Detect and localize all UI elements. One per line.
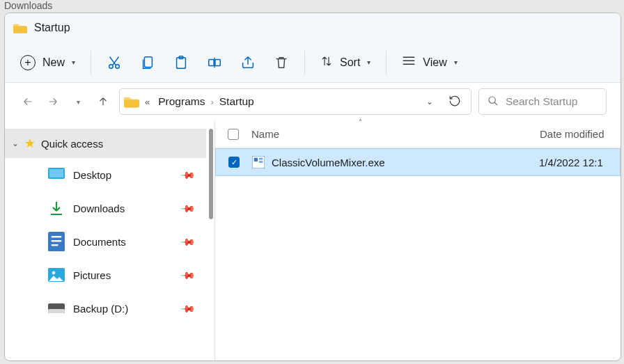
select-all-checkbox[interactable] bbox=[215, 129, 243, 140]
sidebar-item-label: Desktop bbox=[73, 169, 111, 181]
quick-access-label: Quick access bbox=[41, 138, 103, 150]
svg-rect-5 bbox=[209, 59, 214, 65]
window-title: Startup bbox=[34, 22, 70, 34]
svg-rect-2 bbox=[144, 56, 152, 67]
explorer-window: Startup + New ▾ Sort ▾ View ▾ bbox=[4, 13, 621, 361]
address-bar[interactable]: « Programs › Startup ⌄ bbox=[119, 88, 471, 115]
separator bbox=[304, 51, 305, 74]
file-name: ClassicVolumeMixer.exe bbox=[272, 157, 385, 168]
file-date: 1/4/2022 12:1 bbox=[539, 157, 620, 168]
new-button[interactable]: + New ▾ bbox=[20, 55, 75, 70]
sidebar-item-documents[interactable]: Documents 📌 bbox=[5, 225, 206, 258]
pin-icon: 📌 bbox=[180, 300, 196, 316]
column-name-label: Name bbox=[251, 128, 279, 140]
svg-point-15 bbox=[52, 271, 56, 275]
svg-rect-19 bbox=[254, 158, 258, 161]
parent-window-title: Downloads bbox=[0, 0, 624, 13]
chevron-down-icon: ▾ bbox=[367, 58, 370, 66]
svg-rect-21 bbox=[259, 161, 263, 163]
svg-point-7 bbox=[489, 97, 495, 103]
breadcrumb-item[interactable]: Programs bbox=[155, 94, 208, 109]
column-name[interactable]: ˄ Name bbox=[243, 128, 540, 140]
search-box[interactable] bbox=[478, 88, 607, 115]
sidebar-item-backup[interactable]: Backup (D:) 📌 bbox=[5, 292, 206, 325]
breadcrumb-item[interactable]: Startup bbox=[217, 94, 257, 109]
svg-point-0 bbox=[109, 64, 114, 68]
navigation-pane: ⌄ ★ Quick access Desktop 📌 Downloads 📌 D… bbox=[5, 120, 215, 361]
copy-icon[interactable] bbox=[140, 55, 155, 70]
svg-rect-11 bbox=[52, 236, 61, 237]
sidebar-item-label: Documents bbox=[73, 236, 126, 248]
rename-icon[interactable] bbox=[207, 55, 222, 70]
svg-rect-12 bbox=[52, 240, 61, 242]
toolbar: + New ▾ Sort ▾ View ▾ bbox=[5, 42, 621, 83]
sort-indicator-icon: ˄ bbox=[359, 118, 362, 126]
row-checkbox[interactable]: ✓ bbox=[216, 157, 244, 168]
back-button[interactable] bbox=[19, 93, 37, 111]
pin-icon: 📌 bbox=[180, 233, 196, 249]
pictures-icon bbox=[48, 267, 65, 283]
separator bbox=[91, 51, 91, 74]
sidebar-item-desktop[interactable]: Desktop 📌 bbox=[5, 158, 206, 191]
column-date[interactable]: Date modified bbox=[540, 128, 621, 140]
view-button[interactable]: View ▾ bbox=[402, 55, 457, 70]
new-label: New bbox=[42, 56, 65, 69]
address-dropdown[interactable]: ⌄ bbox=[419, 97, 440, 106]
svg-rect-20 bbox=[259, 158, 263, 160]
svg-rect-6 bbox=[215, 59, 220, 65]
sort-icon bbox=[320, 55, 333, 70]
pin-icon: 📌 bbox=[180, 166, 196, 182]
chevron-down-icon: ⌄ bbox=[12, 139, 19, 148]
star-icon: ★ bbox=[24, 136, 36, 151]
sidebar-item-label: Pictures bbox=[73, 269, 111, 281]
clipboard-group bbox=[107, 55, 289, 70]
application-icon bbox=[252, 156, 265, 168]
up-button[interactable] bbox=[94, 93, 112, 111]
svg-rect-9 bbox=[49, 169, 63, 177]
titlebar: Startup bbox=[5, 13, 621, 42]
view-label: View bbox=[423, 56, 446, 69]
cut-icon[interactable] bbox=[107, 55, 122, 70]
desktop-icon bbox=[48, 167, 65, 182]
recent-dropdown[interactable]: ▾ bbox=[69, 93, 87, 111]
downloads-icon bbox=[48, 200, 65, 216]
pin-icon: 📌 bbox=[180, 200, 196, 216]
separator bbox=[386, 51, 387, 74]
sidebar-item-pictures[interactable]: Pictures 📌 bbox=[5, 258, 206, 292]
delete-icon[interactable] bbox=[274, 55, 289, 70]
svg-rect-17 bbox=[48, 309, 65, 313]
search-input[interactable] bbox=[506, 95, 598, 108]
search-icon bbox=[488, 95, 499, 109]
folder-icon bbox=[124, 95, 139, 108]
forward-button[interactable] bbox=[44, 93, 62, 111]
view-icon bbox=[402, 55, 416, 70]
paste-icon[interactable] bbox=[173, 55, 189, 70]
share-icon[interactable] bbox=[240, 55, 256, 70]
chevron-right-icon[interactable]: › bbox=[210, 97, 213, 107]
refresh-button[interactable] bbox=[443, 95, 467, 109]
pin-icon: 📌 bbox=[180, 267, 196, 283]
documents-icon bbox=[48, 234, 65, 249]
address-row: ▾ « Programs › Startup ⌄ bbox=[5, 83, 621, 120]
svg-rect-13 bbox=[52, 244, 58, 246]
plus-icon: + bbox=[20, 55, 36, 70]
file-list: ˄ Name Date modified ✓ ClassicVolumeMixe… bbox=[215, 120, 621, 361]
svg-point-1 bbox=[116, 64, 120, 68]
breadcrumb-overflow[interactable]: « bbox=[142, 97, 153, 107]
file-row[interactable]: ✓ ClassicVolumeMixer.exe 1/4/2022 12:1 bbox=[215, 148, 621, 176]
sidebar-item-downloads[interactable]: Downloads 📌 bbox=[5, 191, 206, 225]
sidebar-item-label: Backup (D:) bbox=[73, 303, 128, 315]
sidebar-item-label: Downloads bbox=[73, 203, 125, 214]
column-headers: ˄ Name Date modified bbox=[215, 120, 621, 148]
quick-access-header[interactable]: ⌄ ★ Quick access bbox=[5, 129, 206, 158]
drive-icon bbox=[48, 301, 65, 316]
sort-button[interactable]: Sort ▾ bbox=[320, 55, 370, 70]
scrollbar-thumb[interactable] bbox=[209, 129, 213, 219]
chevron-down-icon: ▾ bbox=[72, 58, 75, 66]
sort-label: Sort bbox=[340, 56, 360, 69]
folder-icon bbox=[13, 22, 27, 33]
chevron-down-icon: ▾ bbox=[454, 58, 458, 66]
